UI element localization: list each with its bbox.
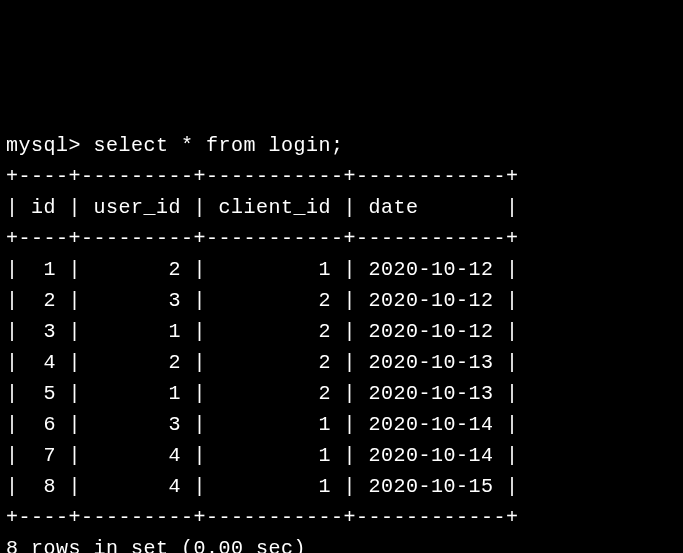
mysql-terminal: mysql> select * from login; +----+------…: [6, 130, 677, 553]
prompt-line: mysql> select * from login;: [6, 134, 344, 157]
table-body: | 1 | 2 | 1 | 2020-10-12 | | 2 | 3 | 2 |…: [6, 258, 519, 498]
result-footer: 8 rows in set (0.00 sec): [6, 537, 306, 553]
table-border-mid: +----+---------+-----------+------------…: [6, 227, 519, 250]
table-border-top: +----+---------+-----------+------------…: [6, 165, 519, 188]
table-border-bottom: +----+---------+-----------+------------…: [6, 506, 519, 529]
mysql-prompt: mysql>: [6, 134, 81, 157]
table-header-row: | id | user_id | client_id | date |: [6, 196, 519, 219]
sql-query: select * from login;: [94, 134, 344, 157]
